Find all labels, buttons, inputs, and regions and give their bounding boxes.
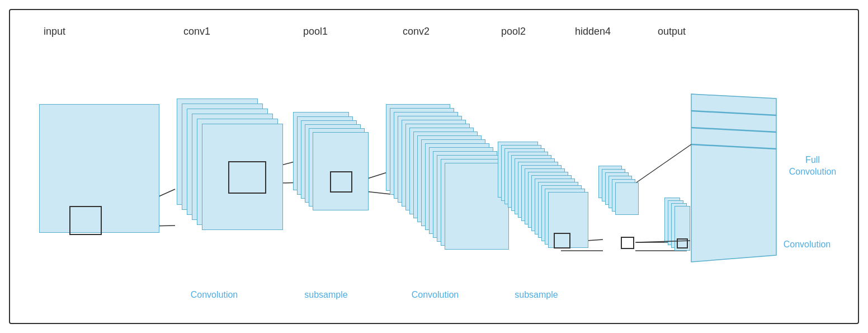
svg-line-14 [636,144,691,182]
sublabel-convolution-right: Convolution [779,240,835,250]
label-pool2: pool2 [501,26,526,37]
input-filter [69,206,102,235]
label-pool1: pool1 [303,26,328,37]
label-output: output [658,26,686,37]
svg-marker-10 [691,94,776,262]
label-input: input [44,26,65,37]
sublabel-pool1: subsample [290,290,362,300]
pool2-filter [554,233,570,248]
hidden4-filter [621,237,634,249]
hidden4-map-1 [615,182,639,215]
conv1-filter [228,161,266,194]
sublabel-conv2: Convolution [393,290,477,300]
pool1-filter [330,171,352,193]
label-hidden4: hidden4 [575,26,611,37]
sublabel-pool2: subsample [500,290,573,300]
sublabel-conv1: Convolution [169,290,259,300]
output-filter [677,238,688,248]
diagram-container: input conv1 pool1 conv2 pool2 hidden4 ou… [9,9,859,324]
svg-line-12 [691,128,776,132]
sublabel-full-conv: FullConvolution [779,154,846,178]
svg-line-13 [691,144,776,149]
svg-line-11 [691,111,776,115]
label-conv2: conv2 [403,26,430,37]
label-conv1: conv1 [183,26,210,37]
